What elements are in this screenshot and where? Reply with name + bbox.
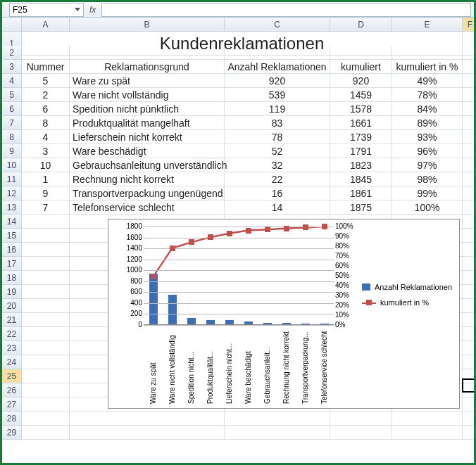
row-header-17[interactable]: 17 — [2, 257, 22, 271]
cell-reason[interactable]: Rechnung nicht korrekt — [70, 172, 225, 186]
cell[interactable] — [463, 341, 476, 355]
select-all-corner[interactable] — [2, 18, 22, 32]
cell-reason[interactable]: Ware nicht vollständig — [70, 88, 225, 102]
cell-nummer[interactable]: 1 — [22, 172, 70, 186]
cell[interactable] — [22, 229, 70, 243]
cell-pct[interactable]: 98% — [392, 172, 463, 186]
cell[interactable] — [22, 313, 70, 327]
cell[interactable] — [463, 369, 476, 383]
cell[interactable] — [463, 46, 476, 60]
cell[interactable] — [392, 426, 463, 440]
row-header-9[interactable]: 9 — [2, 144, 22, 158]
cell[interactable] — [463, 426, 476, 440]
cell-pct[interactable]: 89% — [392, 116, 463, 130]
cell[interactable] — [70, 46, 225, 60]
cell[interactable] — [463, 383, 476, 397]
cell[interactable] — [463, 102, 476, 116]
cell[interactable] — [463, 412, 476, 426]
cell-count[interactable]: 32 — [225, 158, 330, 172]
cell-pct[interactable]: 100% — [392, 200, 463, 215]
row-header-26[interactable]: 26 — [2, 383, 22, 397]
cell[interactable] — [22, 243, 70, 257]
name-box[interactable]: F25 — [9, 3, 84, 17]
cell-pct[interactable]: 99% — [392, 186, 463, 200]
row-header-20[interactable]: 20 — [2, 299, 22, 313]
cell[interactable] — [70, 426, 225, 440]
cell[interactable] — [70, 412, 225, 426]
row-header-27[interactable]: 27 — [2, 397, 22, 412]
cell[interactable] — [330, 412, 392, 426]
cell-reason[interactable]: Transportverpackung ungenügend — [70, 186, 225, 200]
cell[interactable] — [330, 426, 392, 440]
cell[interactable] — [463, 186, 476, 200]
cell-count[interactable]: 83 — [225, 116, 330, 130]
cell[interactable] — [463, 130, 476, 144]
row-header-25[interactable]: 25 — [2, 369, 22, 383]
row-header-14[interactable]: 14 — [2, 215, 22, 229]
cell-cum[interactable]: 1875 — [330, 200, 392, 215]
cell[interactable] — [392, 46, 463, 60]
cell-cum[interactable]: 1845 — [330, 172, 392, 186]
column-header-B[interactable]: B — [70, 18, 225, 32]
cell[interactable] — [463, 243, 476, 257]
row-header-13[interactable]: 13 — [2, 200, 22, 215]
cell[interactable] — [330, 46, 392, 60]
cell-pct[interactable]: 78% — [392, 88, 463, 102]
row-header-23[interactable]: 23 — [2, 341, 22, 355]
cell[interactable] — [463, 144, 476, 158]
row-header-8[interactable]: 8 — [2, 130, 22, 144]
cell[interactable] — [225, 46, 330, 60]
cell[interactable] — [463, 313, 476, 327]
cell-cum[interactable]: 1739 — [330, 130, 392, 144]
row-header-6[interactable]: 6 — [2, 102, 22, 116]
row-header-19[interactable]: 19 — [2, 285, 22, 299]
cell-pct[interactable]: 49% — [392, 74, 463, 88]
cell-count[interactable]: 22 — [225, 172, 330, 186]
row-header-22[interactable]: 22 — [2, 327, 22, 341]
cell[interactable] — [22, 426, 70, 440]
cell[interactable] — [392, 412, 463, 426]
cell[interactable] — [463, 116, 476, 130]
row-header-24[interactable]: 24 — [2, 355, 22, 369]
column-header-E[interactable]: E — [392, 18, 463, 32]
row-header-4[interactable]: 4 — [2, 74, 22, 88]
cell-nummer[interactable]: 9 — [22, 186, 70, 200]
cell[interactable] — [22, 412, 70, 426]
cell-nummer[interactable]: 4 — [22, 130, 70, 144]
cell-count[interactable]: 119 — [225, 102, 330, 116]
cell[interactable] — [463, 200, 476, 215]
row-header-29[interactable]: 29 — [2, 426, 22, 440]
cell[interactable] — [22, 215, 70, 229]
cell-count[interactable]: 920 — [225, 74, 330, 88]
cell-cum[interactable]: 1791 — [330, 144, 392, 158]
cell-nummer[interactable]: 3 — [22, 144, 70, 158]
cell[interactable] — [22, 355, 70, 369]
row-header-12[interactable]: 12 — [2, 186, 22, 200]
cell[interactable] — [463, 355, 476, 369]
cell-cum[interactable]: 920 — [330, 74, 392, 88]
row-header-2[interactable]: 2 — [2, 46, 22, 60]
cell-count[interactable]: 16 — [225, 186, 330, 200]
formula-input[interactable] — [101, 3, 471, 17]
cell[interactable] — [22, 299, 70, 313]
row-header-16[interactable]: 16 — [2, 243, 22, 257]
cell[interactable] — [22, 46, 70, 60]
cell[interactable] — [463, 397, 476, 412]
cell[interactable] — [463, 327, 476, 341]
cell-cum[interactable]: 1578 — [330, 102, 392, 116]
row-header-28[interactable]: 28 — [2, 412, 22, 426]
column-header-D[interactable]: D — [330, 18, 392, 32]
cell-nummer[interactable]: 10 — [22, 158, 70, 172]
cell[interactable] — [463, 158, 476, 172]
cell-count[interactable]: 539 — [225, 88, 330, 102]
cell-reason[interactable]: Ware beschädigt — [70, 144, 225, 158]
cell[interactable] — [22, 369, 70, 383]
row-header-7[interactable]: 7 — [2, 116, 22, 130]
chevron-down-icon[interactable] — [75, 8, 80, 11]
cell-reason[interactable]: Spedition nicht pünktlich — [70, 102, 225, 116]
cell-reason[interactable]: Lieferschein nicht korrekt — [70, 130, 225, 144]
cell[interactable] — [22, 341, 70, 355]
row-header-5[interactable]: 5 — [2, 88, 22, 102]
cell-reason[interactable]: Ware zu spät — [70, 74, 225, 88]
cell[interactable] — [22, 257, 70, 271]
